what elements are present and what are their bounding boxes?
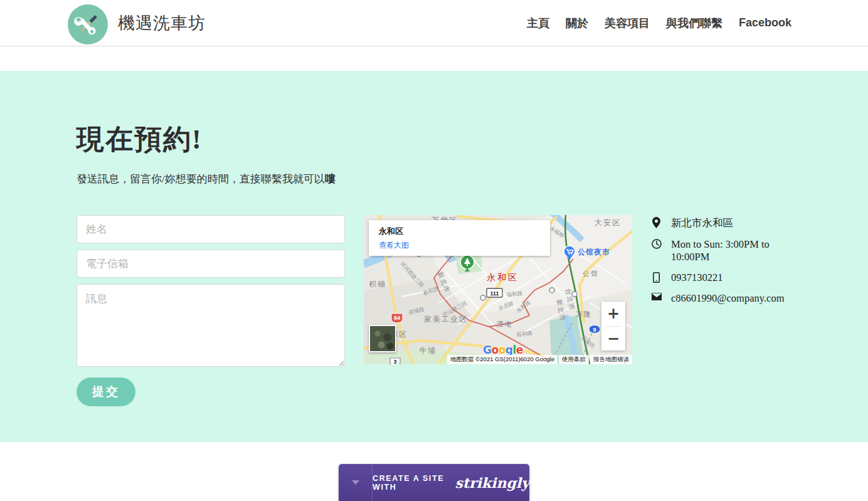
map-label-tanqian: 潭墘 [497, 320, 513, 328]
message-textarea[interactable] [77, 284, 345, 367]
site-title: 機遇洗車坊 [118, 12, 206, 34]
contact-hours: Mon to Sun: 3:00PM to 10:00PM [671, 238, 791, 263]
map-info-title: 永和区 [379, 226, 540, 237]
map-view-larger-link[interactable]: 查看大图 [379, 240, 409, 251]
tools-icon [74, 11, 102, 38]
map-info-card: 永和区 查看大图 [369, 220, 550, 256]
section-heading: 現在預約! [77, 121, 791, 158]
map-zoom-out-button[interactable]: − [601, 327, 625, 351]
site-logo [68, 4, 108, 45]
map-label-jisui: 积穗 [369, 280, 386, 288]
contact-email-row: c86601990@company.com [651, 292, 791, 305]
nav-item-services[interactable]: 美容項目 [605, 16, 650, 31]
svg-text:9: 9 [593, 327, 596, 333]
banner-collapse-button[interactable] [339, 464, 373, 501]
strikingly-banner: CREATE A SITE WITH strikingly [339, 464, 529, 501]
map-label-gongguan: 公馆 [583, 270, 599, 277]
header-spacer [0, 46, 868, 71]
strikingly-logo: strikingly [455, 475, 529, 491]
mobile-phone-icon [651, 272, 662, 283]
subtitle-text: 發送訊息，留言你/妳想要的時間，直接聯繫我就可以 [77, 173, 325, 185]
contact-info: 新北市永和區 Mon to Sun: 3:00PM to 10:00PM 093… [651, 215, 791, 406]
google-logo[interactable]: Google [483, 344, 523, 356]
header: 機遇洗車坊 主頁 關於 美容項目 與我們聯繫 Facebook [0, 0, 868, 46]
contact-phone: 0937130221 [671, 272, 723, 284]
map-terms-link[interactable]: 使用条款 [559, 355, 589, 364]
location-pin-icon [651, 217, 662, 228]
map-label-wanlong: 万隆 [576, 310, 592, 318]
contact-address-row: 新北市永和區 [651, 216, 791, 230]
map-zoom-in-button[interactable]: + [601, 302, 625, 326]
map-label-night-market: 公馆夜市 [577, 248, 610, 256]
footer: CREATE A SITE WITH strikingly [0, 442, 868, 501]
create-site-link[interactable]: CREATE A SITE WITH strikingly [373, 464, 529, 501]
map-zoom-control: + − [601, 302, 625, 351]
booking-columns: 提交 [77, 215, 791, 406]
name-input[interactable] [77, 215, 345, 243]
google-map-embed[interactable]: 111 64 9 3 万华区 大安区 公馆夜市 公馆 [364, 215, 632, 364]
map-label-yonghe-red: 永和区 [487, 272, 519, 282]
svg-text:3: 3 [393, 359, 396, 364]
map-label-daan: 大安区 [595, 218, 621, 227]
chevron-down-icon [352, 480, 359, 485]
map-shield-9: 9 [589, 325, 600, 334]
booking-section: 現在預約! 發送訊息，留言你/妳想要的時間，直接聯繫我就可以嘍 提交 [0, 71, 868, 442]
clock-icon [651, 239, 662, 249]
map-satellite-toggle[interactable] [369, 325, 396, 352]
contact-phone-row: 0937130221 [651, 272, 791, 284]
contact-form: 提交 [77, 215, 345, 406]
contact-address: 新北市永和區 [671, 216, 733, 230]
map-shield-111: 111 [487, 288, 502, 297]
subtitle-emphasis: 嘍 [325, 173, 336, 185]
map-attribution: 地图数据 ©2021 GS(2011)6020 Google 使用条款 报告地图… [447, 355, 632, 364]
map-attribution-text: 地图数据 ©2021 GS(2011)6020 Google [447, 355, 558, 364]
nav-item-home[interactable]: 主頁 [527, 16, 549, 31]
envelope-icon [651, 293, 662, 300]
nav-item-contact[interactable]: 與我們聯繫 [666, 16, 722, 31]
banner-text: CREATE A SITE WITH [373, 474, 449, 492]
site-brand[interactable]: 機遇洗車坊 [68, 2, 206, 45]
map-shield-64: 64 [391, 314, 403, 323]
nav-item-about[interactable]: 關於 [566, 16, 588, 31]
submit-button[interactable]: 提交 [77, 377, 135, 406]
svg-text:64: 64 [394, 315, 400, 321]
map-shield-3: 3 [390, 358, 400, 364]
map-label-niupu: 牛埔 [419, 346, 437, 355]
email-input[interactable] [77, 250, 345, 278]
map-report-error-link[interactable]: 报告地图错误 [590, 355, 632, 364]
contact-email: c86601990@company.com [671, 292, 784, 305]
main-nav: 主頁 關於 美容項目 與我們聯繫 Facebook [527, 16, 791, 31]
contact-hours-row: Mon to Sun: 3:00PM to 10:00PM [651, 238, 791, 263]
nav-item-facebook[interactable]: Facebook [739, 16, 791, 29]
svg-text:111: 111 [490, 290, 499, 297]
section-subtitle: 發送訊息，留言你/妳想要的時間，直接聯繫我就可以嘍 [77, 172, 791, 186]
